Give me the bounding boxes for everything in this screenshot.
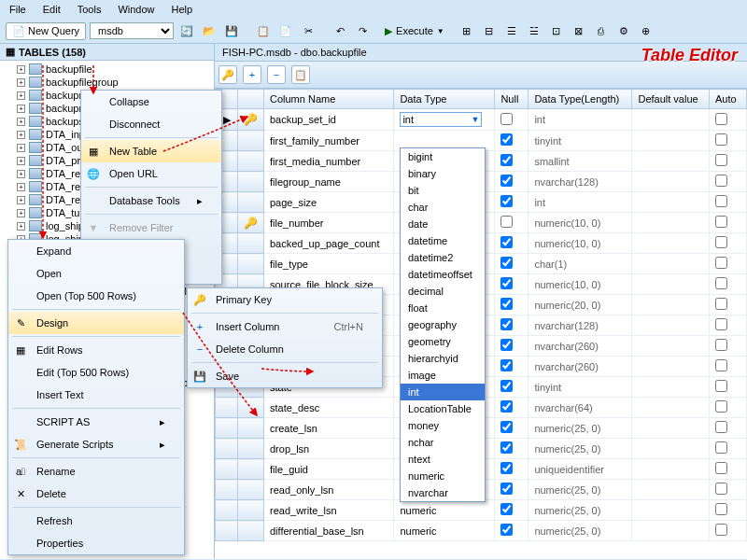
column-name-cell[interactable]: page_size bbox=[264, 192, 394, 213]
tool-icon-5[interactable]: ⊡ bbox=[547, 21, 566, 40]
auto-checkbox[interactable] bbox=[715, 277, 727, 289]
column-name-cell[interactable]: file_number bbox=[264, 213, 394, 233]
column-name-cell[interactable]: first_family_number bbox=[264, 131, 394, 151]
ctx-insert-column[interactable]: +Insert ColumnCtrl+N bbox=[188, 315, 382, 338]
auto-checkbox[interactable] bbox=[715, 298, 727, 310]
ctx-refresh-2[interactable]: Refresh bbox=[8, 510, 184, 532]
auto-checkbox[interactable] bbox=[715, 503, 727, 515]
auto-cell[interactable] bbox=[710, 131, 747, 151]
tool-icon-3[interactable]: ☰ bbox=[502, 21, 521, 40]
null-checkbox[interactable] bbox=[500, 339, 513, 351]
null-checkbox[interactable] bbox=[500, 421, 513, 433]
auto-cell[interactable] bbox=[710, 151, 747, 172]
null-checkbox[interactable] bbox=[500, 195, 513, 207]
null-checkbox[interactable] bbox=[500, 154, 513, 166]
copy-icon[interactable]: 📋 bbox=[254, 21, 273, 40]
datatype-option[interactable]: LocationTable bbox=[401, 400, 485, 417]
auto-cell[interactable] bbox=[710, 213, 747, 233]
datatype-option[interactable]: image bbox=[401, 367, 485, 384]
datatype-option[interactable]: nvarchar bbox=[401, 484, 485, 501]
ctx-delete[interactable]: ✕Delete bbox=[8, 483, 184, 505]
null-cell[interactable] bbox=[495, 151, 529, 172]
default-cell[interactable] bbox=[632, 151, 710, 172]
auto-cell[interactable] bbox=[710, 295, 747, 315]
default-cell[interactable] bbox=[632, 172, 710, 192]
ctx-gen-scripts[interactable]: 📜Generate Scripts▸ bbox=[8, 433, 184, 455]
column-name-cell[interactable]: file_guid bbox=[264, 459, 394, 480]
ctx-script-as[interactable]: SCRIPT AS▸ bbox=[8, 411, 184, 433]
null-checkbox[interactable] bbox=[500, 483, 513, 495]
col-name-header[interactable]: Column Name bbox=[264, 90, 394, 109]
ctx-rename[interactable]: aͨRename bbox=[8, 460, 184, 483]
ctx-expand[interactable]: Expand bbox=[8, 240, 184, 262]
tool-icon-7[interactable]: ⎙ bbox=[592, 21, 611, 40]
column-name-cell[interactable]: backup_set_id bbox=[264, 109, 394, 131]
auto-cell[interactable] bbox=[710, 500, 747, 521]
auto-checkbox[interactable] bbox=[715, 113, 727, 125]
default-cell[interactable] bbox=[632, 213, 710, 233]
null-checkbox[interactable] bbox=[500, 441, 513, 454]
datatype-option[interactable]: geometry bbox=[401, 333, 485, 350]
expand-icon[interactable]: + bbox=[17, 118, 25, 126]
null-checkbox[interactable] bbox=[500, 298, 513, 310]
ctx-collapse[interactable]: Collapse bbox=[81, 91, 221, 113]
tool-icon-4[interactable]: ☱ bbox=[525, 21, 543, 40]
datatype-cell[interactable]: numeric bbox=[394, 500, 495, 521]
auto-checkbox[interactable] bbox=[715, 380, 727, 392]
column-name-cell[interactable]: differential_base_lsn bbox=[264, 521, 394, 541]
null-cell[interactable] bbox=[495, 500, 529, 521]
auto-cell[interactable] bbox=[710, 172, 747, 192]
auto-checkbox[interactable] bbox=[715, 359, 727, 371]
null-cell[interactable] bbox=[495, 521, 529, 541]
ctx-db-tools[interactable]: Database Tools▸ bbox=[81, 189, 221, 212]
ctx-edit-500[interactable]: Edit (Top 500 Rows) bbox=[8, 361, 184, 384]
datatype-option[interactable]: nchar bbox=[401, 434, 485, 451]
datatype-option[interactable]: bigint bbox=[401, 148, 485, 165]
default-cell[interactable] bbox=[632, 500, 710, 521]
auto-cell[interactable] bbox=[710, 459, 747, 480]
default-cell[interactable] bbox=[632, 192, 710, 213]
datatype-option[interactable]: int bbox=[401, 384, 485, 400]
default-cell[interactable] bbox=[632, 336, 710, 357]
default-cell[interactable] bbox=[632, 233, 710, 254]
column-name-cell[interactable]: read_only_lsn bbox=[264, 480, 394, 500]
expand-icon[interactable]: + bbox=[17, 209, 25, 217]
null-cell[interactable] bbox=[495, 274, 529, 295]
ctx-delete-column[interactable]: −Delete Column bbox=[188, 338, 382, 360]
default-cell[interactable] bbox=[632, 254, 710, 274]
ctx-primary-key[interactable]: 🔑Primary Key bbox=[188, 288, 382, 311]
datatype-option[interactable]: ntext bbox=[401, 451, 485, 468]
default-cell[interactable] bbox=[632, 274, 710, 295]
null-cell[interactable] bbox=[495, 480, 529, 500]
null-cell[interactable] bbox=[495, 459, 529, 480]
null-cell[interactable] bbox=[495, 233, 529, 254]
tool-icon-1[interactable]: ⊞ bbox=[458, 21, 476, 40]
column-name-cell[interactable]: drop_lsn bbox=[264, 439, 394, 459]
default-cell[interactable] bbox=[632, 377, 710, 398]
expand-icon[interactable]: + bbox=[17, 183, 25, 191]
tool-icon-6[interactable]: ⊠ bbox=[570, 21, 588, 40]
cut-icon[interactable]: ✂ bbox=[299, 21, 317, 40]
null-cell[interactable] bbox=[495, 398, 529, 418]
column-row[interactable]: read_write_lsnnumericnumeric(25, 0) bbox=[216, 500, 747, 521]
auto-cell[interactable] bbox=[710, 336, 747, 357]
auto-checkbox[interactable] bbox=[715, 133, 727, 146]
null-checkbox[interactable] bbox=[500, 133, 513, 146]
null-cell[interactable] bbox=[495, 109, 529, 131]
null-checkbox[interactable] bbox=[500, 318, 513, 330]
ctx-open-500[interactable]: Open (Top 500 Rows) bbox=[8, 285, 184, 307]
expand-icon[interactable]: + bbox=[17, 222, 25, 231]
tree-item[interactable]: +backupfilegroup bbox=[4, 76, 210, 89]
tree-header[interactable]: ▦ TABLES (158) bbox=[0, 44, 214, 61]
new-query-button[interactable]: 📄 New Query bbox=[6, 22, 86, 40]
datatype-option[interactable]: char bbox=[401, 199, 485, 216]
datatype-option[interactable]: numeric bbox=[401, 468, 485, 484]
null-checkbox[interactable] bbox=[500, 175, 513, 187]
auto-checkbox[interactable] bbox=[715, 175, 727, 187]
column-name-cell[interactable]: first_media_number bbox=[264, 151, 394, 172]
datatype-option[interactable]: real bbox=[401, 501, 485, 502]
auto-checkbox[interactable] bbox=[715, 195, 727, 207]
auto-cell[interactable] bbox=[710, 315, 747, 336]
execute-button[interactable]: Execute bbox=[396, 25, 433, 36]
auto-checkbox[interactable] bbox=[715, 524, 727, 536]
